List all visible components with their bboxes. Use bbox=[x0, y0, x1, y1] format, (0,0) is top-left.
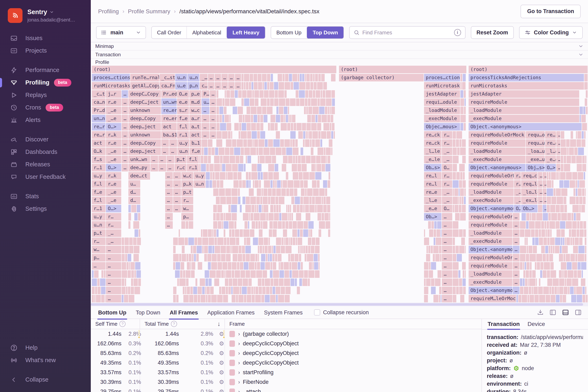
flame-frame-small[interactable] bbox=[549, 172, 551, 180]
flame-frame-small[interactable] bbox=[122, 278, 124, 286]
flame-frame-small[interactable] bbox=[317, 123, 321, 130]
flame-frame-small[interactable] bbox=[555, 246, 559, 253]
flame-frame[interactable]: act bbox=[161, 123, 177, 130]
flame-frame[interactable]: … bbox=[165, 196, 173, 204]
flame-frame-small[interactable] bbox=[269, 238, 270, 245]
flame-frame-small[interactable] bbox=[281, 287, 285, 294]
view-top-down[interactable]: Top Down bbox=[307, 26, 344, 39]
flame-frame-small[interactable] bbox=[532, 270, 536, 278]
flame-frame-small[interactable] bbox=[256, 270, 262, 278]
flame-frame-small[interactable] bbox=[270, 221, 273, 229]
flame-frame-small[interactable] bbox=[216, 196, 220, 204]
flame-frame-small[interactable] bbox=[305, 254, 307, 262]
flame-frame-small[interactable] bbox=[327, 180, 330, 188]
flame-frame-small[interactable] bbox=[453, 221, 458, 229]
flame-frame-small[interactable] bbox=[299, 254, 301, 262]
sort-desc-icon[interactable]: ↓ bbox=[217, 320, 220, 327]
flame-frame[interactable]: … bbox=[202, 123, 209, 130]
flame-frame-small[interactable] bbox=[134, 246, 140, 253]
flame-frame[interactable]: _c…t bbox=[92, 90, 105, 98]
flame-frame[interactable]: unknown bbox=[128, 106, 161, 114]
flame-frame[interactable]: … bbox=[513, 229, 520, 237]
flame-frame-small[interactable] bbox=[331, 115, 333, 122]
table-row[interactable]: 30.39ms0.1%30.39ms0.1%⚙›FiberNode bbox=[91, 377, 482, 387]
flame-frame-small[interactable] bbox=[557, 229, 561, 237]
flame-frame-small[interactable] bbox=[573, 205, 579, 212]
flame-frame-small[interactable] bbox=[303, 172, 309, 180]
flame-frame[interactable]: … bbox=[538, 196, 542, 204]
flame-frame-small[interactable] bbox=[128, 221, 130, 229]
flame-frame-small[interactable] bbox=[309, 172, 315, 180]
flame-frame-small[interactable] bbox=[453, 196, 458, 204]
flame-frame-small[interactable] bbox=[462, 180, 466, 188]
flame-frame-small[interactable] bbox=[210, 287, 214, 294]
flame-frame-small[interactable] bbox=[276, 131, 280, 139]
flame-frame[interactable]: _loadModule bbox=[424, 106, 460, 114]
flame-frame-small[interactable] bbox=[566, 221, 572, 229]
flame-frame-small[interactable] bbox=[331, 148, 332, 155]
flame-frame-small[interactable] bbox=[213, 221, 217, 229]
flame-frame-small[interactable] bbox=[258, 156, 260, 163]
flame-frame-small[interactable] bbox=[211, 295, 217, 302]
flame-frame-small[interactable] bbox=[310, 74, 312, 82]
flame-frame-small[interactable] bbox=[269, 213, 274, 220]
flame-frame-small[interactable] bbox=[578, 254, 584, 262]
flame-frame-small[interactable] bbox=[567, 156, 571, 163]
flame-frame-small[interactable] bbox=[309, 196, 311, 204]
breadcrumb-profiling[interactable]: Profiling bbox=[98, 8, 119, 15]
flame-frame-small[interactable] bbox=[460, 115, 466, 122]
flame-frame-small[interactable] bbox=[433, 246, 439, 253]
table-row[interactable]: 29.75ms0.1%29.75ms0.1%⚙›_attach bbox=[91, 387, 482, 392]
flame-frame-small[interactable] bbox=[247, 295, 251, 302]
flame-frame-small[interactable] bbox=[305, 188, 307, 196]
flame-frame-small[interactable] bbox=[216, 139, 222, 147]
flame-frame-small[interactable] bbox=[327, 131, 331, 139]
flame-frame-small[interactable] bbox=[284, 262, 289, 270]
flame-frame-small[interactable] bbox=[453, 180, 458, 188]
sidebar-item-releases[interactable]: Releases bbox=[0, 158, 91, 171]
flame-frame-small[interactable] bbox=[580, 115, 581, 122]
chevron-down-icon[interactable] bbox=[578, 44, 584, 49]
flame-frame-small[interactable] bbox=[579, 246, 585, 253]
flame-frame-small[interactable] bbox=[441, 229, 441, 237]
flame-frame-small[interactable] bbox=[202, 287, 205, 294]
flame-frame-small[interactable] bbox=[533, 287, 538, 294]
flame-frame-small[interactable] bbox=[266, 254, 268, 262]
flame-frame-small[interactable] bbox=[520, 254, 526, 262]
flame-frame-small[interactable] bbox=[460, 196, 461, 204]
flame-frame-small[interactable] bbox=[247, 139, 252, 147]
flame-frame-small[interactable] bbox=[584, 229, 586, 237]
flame-frame-small[interactable] bbox=[525, 278, 527, 286]
flame-frame[interactable]: (root) bbox=[92, 66, 336, 73]
flame-frame[interactable]: … bbox=[556, 148, 560, 155]
flame-frame-small[interactable] bbox=[228, 131, 231, 139]
flame-frame-small[interactable] bbox=[265, 246, 268, 253]
flame-frame[interactable]: p…n bbox=[188, 82, 199, 90]
flame-frame-small[interactable] bbox=[528, 278, 529, 286]
flame-frame-small[interactable] bbox=[303, 205, 305, 212]
flame-frame-small[interactable] bbox=[258, 254, 259, 262]
flame-frame[interactable]: _…e bbox=[106, 156, 121, 163]
flame-frame-small[interactable] bbox=[256, 196, 260, 204]
flame-frame-small[interactable] bbox=[551, 213, 557, 220]
flame-frame-small[interactable] bbox=[565, 278, 566, 286]
flame-frame-small[interactable] bbox=[212, 254, 217, 262]
flame-frame-small[interactable] bbox=[297, 287, 300, 294]
flame-frame[interactable]: _e…le bbox=[424, 156, 442, 163]
flame-frame-small[interactable] bbox=[239, 246, 242, 253]
flame-frame-small[interactable] bbox=[133, 278, 138, 286]
flame-frame-small[interactable] bbox=[217, 131, 222, 139]
flame-frame-small[interactable] bbox=[205, 270, 209, 278]
flame-frame-small[interactable] bbox=[300, 246, 301, 253]
flame-frame-small[interactable] bbox=[273, 287, 275, 294]
flame-frame-small[interactable] bbox=[229, 221, 234, 229]
flame-frame-small[interactable] bbox=[217, 205, 222, 212]
flame-frame-small[interactable] bbox=[249, 172, 251, 180]
flame-frame[interactable]: p… bbox=[92, 254, 105, 262]
flame-frame-small[interactable] bbox=[230, 148, 234, 155]
flame-frame-small[interactable] bbox=[209, 278, 212, 286]
flame-frame-small[interactable] bbox=[297, 238, 302, 245]
flame-frame-small[interactable] bbox=[572, 278, 578, 286]
download-icon[interactable] bbox=[537, 309, 544, 316]
flame-frame[interactable]: requireModuleOrMock bbox=[469, 213, 512, 220]
